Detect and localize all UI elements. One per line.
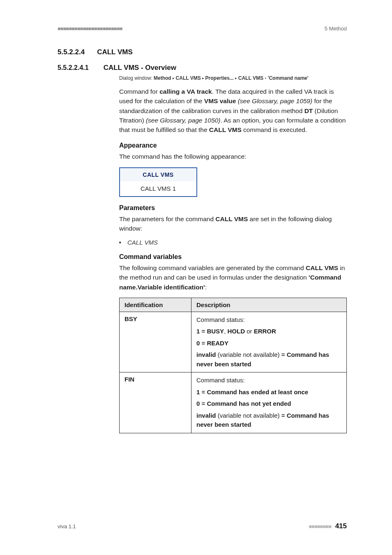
command-block-instance: CALL VMS 1: [120, 181, 196, 196]
footer-dashes: ■■■■■■■■: [309, 523, 331, 530]
text-bold: ERROR: [254, 328, 276, 335]
desc-line: 1 = Command has ended at least once: [196, 388, 341, 397]
desc-line: 1 = BUSY, HOLD or ERROR: [196, 327, 341, 336]
cell-description: Command status: 1 = BUSY, HOLD or ERROR …: [191, 312, 347, 372]
text-bold: VMS value: [204, 97, 236, 104]
parameters-text: The parameters for the command CALL VMS …: [119, 214, 347, 234]
section-5-5-2-2-4-1: 5.5.2.2.4.1 CALL VMS - Overview: [58, 64, 347, 72]
text-bold: 0 = READY: [196, 340, 228, 347]
section-5-5-2-2-4: 5.5.2.2.4 CALL VMS: [58, 48, 347, 56]
section-number: 5.5.2.2.4.1: [58, 64, 89, 72]
desc-line: invalid (variable not available) = Comma…: [196, 411, 341, 430]
var-fin: FIN: [125, 376, 134, 383]
crumb-command-name: CALL VMS - 'Command name': [238, 75, 309, 81]
header-dashes: ■■■■■■■■■■■■■■■■■■■■■■■: [58, 25, 122, 32]
text-bold: invalid: [196, 351, 216, 358]
text: command is executed.: [242, 126, 307, 133]
page-number: 415: [335, 522, 347, 530]
intro-paragraph: Command for calling a VA track. The data…: [119, 87, 347, 134]
text: or: [245, 328, 254, 335]
cell-description: Command status: 1 = Command has ended at…: [191, 372, 347, 433]
text-bold: CALL VMS: [306, 264, 338, 271]
command-variables-text: The following command variables are gene…: [119, 263, 347, 292]
parameters-list: CALL VMS: [119, 239, 347, 246]
dialog-breadcrumb: Dialog window: Method ▸ CALL VMS ▸ Prope…: [119, 74, 347, 82]
section-title: CALL VMS - Overview: [104, 64, 176, 72]
var-bsy: BSY: [125, 315, 137, 322]
content-area: Dialog window: Method ▸ CALL VMS ▸ Prope…: [119, 74, 347, 433]
table-row: BSY Command status: 1 = BUSY, HOLD or ER…: [120, 312, 347, 372]
page-header: ■■■■■■■■■■■■■■■■■■■■■■■ 5 Method: [58, 25, 347, 32]
text-bold: invalid: [196, 412, 216, 419]
text-bold: CALL VMS: [209, 126, 242, 133]
appearance-text: The command has the following appearance…: [119, 152, 347, 161]
command-variables-heading: Command variables: [119, 253, 347, 261]
desc-line: 0 = READY: [196, 339, 341, 348]
desc-line: Command status:: [196, 376, 341, 385]
desc-line: invalid (variable not available) = Comma…: [196, 350, 341, 369]
text: Command for: [119, 88, 159, 95]
text: :: [205, 284, 207, 291]
text-bold: 1 = BUSY: [196, 328, 224, 335]
text-bold: 0 = Command has not yet ended: [196, 400, 291, 407]
call-vms-command-block: CALL VMS CALL VMS 1: [119, 167, 197, 197]
parameters-heading: Parameters: [119, 204, 347, 212]
header-chapter: 5 Method: [325, 25, 347, 32]
text: The parameters for the command: [119, 215, 215, 222]
command-block-title: CALL VMS: [120, 168, 196, 181]
text-bold: DT: [304, 107, 313, 114]
page-footer: viva 1.1 ■■■■■■■■ 415: [58, 522, 347, 530]
text-bold: calling a VA track: [159, 88, 212, 95]
col-description: Description: [191, 298, 347, 312]
text: The following command variables are gene…: [119, 264, 306, 271]
desc-line: 0 = Command has not yet ended: [196, 399, 341, 409]
crumb-properties: Properties...: [205, 75, 234, 81]
table-row: FIN Command status: 1 = Command has ende…: [120, 372, 347, 433]
appearance-heading: Appearance: [119, 142, 347, 149]
dialog-prefix: Dialog window:: [119, 75, 154, 81]
section-number: 5.5.2.2.4: [58, 48, 85, 56]
list-item: CALL VMS: [119, 239, 347, 246]
text: (variable not available): [216, 412, 281, 419]
col-identification: Identification: [120, 298, 191, 312]
breadcrumb-separator-icon: ▸: [202, 76, 205, 80]
command-variables-table: Identification Description BSY Command s…: [119, 298, 347, 433]
glossary-ref: (see Glossary, page 1050): [146, 117, 221, 124]
breadcrumb-separator-icon: ▸: [235, 76, 238, 80]
text: (variable not available): [216, 351, 281, 358]
footer-left: viva 1.1: [58, 523, 76, 530]
crumb-callvms: CALL VMS: [176, 75, 201, 81]
text-bold: CALL VMS: [215, 215, 248, 222]
cell-identification: BSY: [120, 312, 191, 372]
crumb-method: Method: [154, 75, 171, 81]
glossary-ref: (see Glossary, page 1059): [236, 97, 312, 104]
table-header-row: Identification Description: [120, 298, 347, 312]
cell-identification: FIN: [120, 372, 191, 433]
section-title: CALL VMS: [97, 48, 133, 56]
text-bold: HOLD: [227, 328, 245, 335]
breadcrumb-separator-icon: ▸: [173, 76, 176, 80]
desc-line: Command status:: [196, 315, 341, 325]
footer-right: ■■■■■■■■ 415: [309, 522, 347, 530]
text-bold: 1 = Command has ended at least once: [196, 388, 308, 395]
